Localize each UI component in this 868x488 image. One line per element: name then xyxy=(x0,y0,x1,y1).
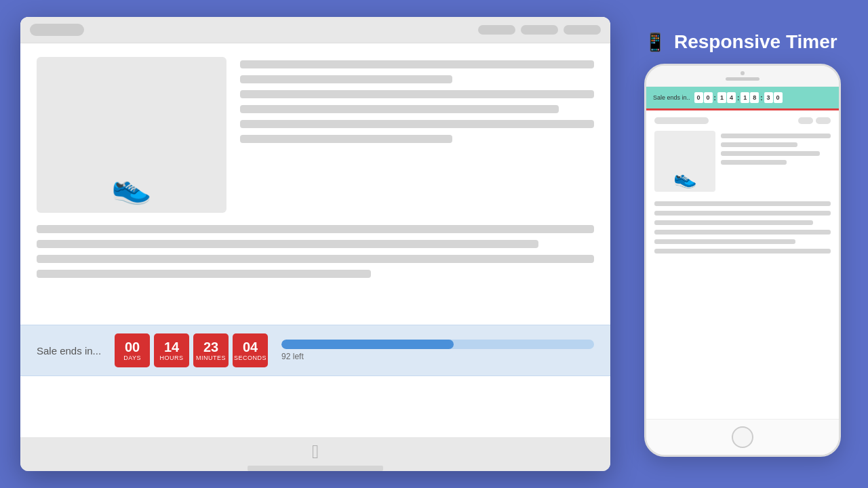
phone-bottom xyxy=(646,419,839,455)
phone-speaker xyxy=(726,77,760,81)
mobile-timer-digits: 0 0 : 1 4 : 1 8 : 3 0 xyxy=(694,92,832,103)
timer-minutes: 23 Minutes xyxy=(193,333,229,367)
colon-3: : xyxy=(760,94,763,102)
progress-bar-bg xyxy=(281,340,594,349)
digit-5: 8 xyxy=(750,92,759,103)
timer-seconds: 04 Seconds xyxy=(233,333,268,367)
progress-bar-fill xyxy=(281,340,454,349)
timer-boxes: 00 Days 14 Hours 23 Minutes 04 Seconds xyxy=(115,333,268,367)
timer-minutes-unit: Minutes xyxy=(196,354,226,361)
detail-line-1 xyxy=(240,60,594,68)
phone-product-image: 👟 xyxy=(654,131,715,192)
phone-content-line-4 xyxy=(654,230,831,235)
timer-hours-number: 14 xyxy=(164,340,179,354)
timer-days: 00 Days xyxy=(115,333,150,367)
phone-content-line-3 xyxy=(654,220,813,225)
content-line-1 xyxy=(37,225,594,233)
detail-line-3 xyxy=(240,90,594,98)
phone-camera-dot xyxy=(741,71,745,75)
timer-days-number: 00 xyxy=(125,340,140,354)
phone-nav-pills xyxy=(798,117,831,124)
digit-6: 3 xyxy=(764,92,773,103)
content-line-4 xyxy=(37,270,371,278)
panel-title-row: 📱 Responsive Timer xyxy=(644,31,848,53)
phone-nav-2 xyxy=(816,117,831,124)
timer-hours: 14 Hours xyxy=(154,333,189,367)
phone-line-3 xyxy=(721,151,820,156)
apple-logo-icon:  xyxy=(312,441,319,463)
phone-page-content: 👟 xyxy=(646,110,839,419)
phone-mockup: Sale ends in.. 0 0 : 1 4 : 1 8 : 3 0 xyxy=(644,64,841,457)
phone-content-line-6 xyxy=(654,249,831,253)
browser-chrome xyxy=(20,17,610,43)
content-line-2 xyxy=(37,240,538,248)
page-content: 👟 xyxy=(20,43,610,437)
detail-line-5 xyxy=(240,120,594,128)
screen-area: 👟 Sale ends in... xyxy=(20,17,610,437)
digit-2: 1 xyxy=(717,92,726,103)
browser-nav-3 xyxy=(564,25,601,35)
colon-2: : xyxy=(736,94,740,102)
content-block-2 xyxy=(37,225,594,278)
content-line-3 xyxy=(37,255,594,263)
phone-top-bar xyxy=(646,66,839,87)
detail-line-6 xyxy=(240,135,452,143)
phone-line-1 xyxy=(721,134,831,138)
sale-label: Sale ends in... xyxy=(37,345,101,357)
timer-seconds-unit: Seconds xyxy=(234,354,267,361)
phone-nav-1 xyxy=(798,117,813,124)
phone-product-section: 👟 xyxy=(654,131,831,192)
digit-7: 0 xyxy=(774,92,783,103)
product-details xyxy=(240,57,594,213)
phone-shoe-icon: 👟 xyxy=(673,167,697,189)
browser-url-bar xyxy=(30,24,84,36)
phone-content-line-2 xyxy=(654,211,831,216)
phone-content-line-1 xyxy=(654,201,831,206)
digit-0: 0 xyxy=(694,92,703,103)
phone-content-lines xyxy=(654,201,831,253)
product-section: 👟 xyxy=(37,57,594,213)
monitor-foot xyxy=(248,466,383,471)
timer-days-unit: Days xyxy=(123,354,141,361)
phone-content-line-5 xyxy=(654,239,795,244)
detail-line-4 xyxy=(240,105,559,113)
progress-label: 92 left xyxy=(281,352,594,361)
digit-1: 0 xyxy=(704,92,713,103)
phone-url-pill xyxy=(654,117,709,124)
shoe-icon: 👟 xyxy=(111,168,152,206)
browser-nav-2 xyxy=(521,25,558,35)
detail-line-2 xyxy=(240,75,452,83)
digit-4: 1 xyxy=(741,92,749,103)
phone-icon: 📱 xyxy=(644,32,666,53)
timer-hours-unit: Hours xyxy=(160,354,184,361)
browser-nav xyxy=(478,25,601,35)
timer-bar: Sale ends in... 00 Days 14 Hours 23 Minu… xyxy=(20,325,610,376)
phone-line-2 xyxy=(721,142,797,147)
browser-nav-1 xyxy=(478,25,515,35)
phone-product-lines xyxy=(721,131,831,192)
phone-browser-bar xyxy=(654,117,831,124)
timer-seconds-number: 04 xyxy=(243,340,258,354)
desktop-mockup: 👟 Sale ends in... xyxy=(20,17,610,471)
colon-1: : xyxy=(713,94,717,102)
right-panel: 📱 Responsive Timer Sale ends in.. 0 0 : … xyxy=(637,31,848,457)
digit-3: 4 xyxy=(727,92,736,103)
product-image: 👟 xyxy=(37,57,226,213)
phone-line-4 xyxy=(721,160,787,165)
home-button[interactable] xyxy=(732,426,753,448)
timer-minutes-number: 23 xyxy=(203,340,218,354)
mobile-sale-label: Sale ends in.. xyxy=(653,94,690,101)
panel-title: Responsive Timer xyxy=(674,31,837,53)
progress-section: 92 left xyxy=(281,340,594,361)
monitor-stand:  xyxy=(20,437,610,471)
mobile-timer-banner: Sale ends in.. 0 0 : 1 4 : 1 8 : 3 0 xyxy=(646,87,839,110)
